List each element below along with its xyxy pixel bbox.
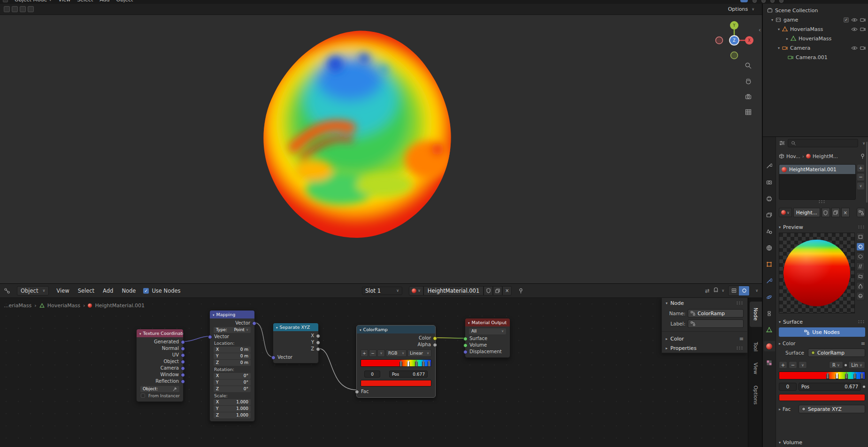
expand-arrow-icon[interactable]: ▾ (769, 18, 775, 22)
properties-search-input[interactable] (788, 139, 858, 147)
node-panel-header[interactable]: ▾ Node (662, 298, 747, 308)
preview-cube-icon[interactable] (856, 252, 865, 261)
outliner-row-hoveriamass-object[interactable]: ▾ HoveriaMass (763, 24, 868, 34)
breadcrumb-object[interactable]: HoveriaMass (47, 303, 80, 309)
menu-object[interactable]: Object (116, 0, 133, 3)
use-nodes-checkbox[interactable]: ✓ (143, 288, 149, 294)
backdrop-icon[interactable] (729, 286, 739, 295)
render-visibility-camera-icon[interactable] (860, 27, 866, 31)
fake-user-shield-icon[interactable] (822, 208, 830, 217)
ramp-pos-dot[interactable] (863, 386, 865, 388)
node-separate-xyz[interactable]: ▾Separate XYZ X Y Z Vector (273, 323, 319, 364)
properties-editor-type-icon[interactable] (779, 140, 785, 146)
hide-eye-icon[interactable] (851, 18, 858, 22)
colorramp-gradient[interactable] (361, 359, 431, 367)
shading-icon-1[interactable] (753, 0, 757, 3)
location-y-field[interactable]: Y0 m (214, 353, 251, 359)
surface-shader-field[interactable]: ColorRamp (808, 349, 865, 357)
shader-preview-icon[interactable] (739, 286, 749, 295)
ramp-specials-button[interactable]: ∨ (799, 361, 807, 369)
ramp-interpolation-dropdown[interactable]: Linear∨ (407, 349, 431, 357)
ramp-stop[interactable] (415, 360, 418, 367)
camera-view-icon[interactable] (744, 92, 753, 101)
material-slot-row[interactable]: HeightMaterial.001 (779, 165, 855, 174)
use-nodes-button[interactable]: Use Nodes (779, 327, 865, 337)
ramp-stop[interactable] (845, 372, 848, 379)
socket-normal[interactable]: Normal (137, 345, 183, 352)
output-target-dropdown[interactable]: All ∨ (469, 328, 506, 334)
node-material-output[interactable]: ▾Material Output All ∨ Surface Volume Di… (465, 318, 510, 358)
from-instancer-checkbox[interactable] (141, 394, 145, 398)
ramp-dot-toggle[interactable] (845, 364, 847, 366)
node-label-field[interactable] (688, 319, 744, 328)
unlink-x-button[interactable]: × (841, 208, 850, 217)
new-copy-icon[interactable] (831, 208, 840, 217)
ramp-remove-stop-button[interactable]: − (369, 349, 376, 357)
material-name-field[interactable]: HeightMaterial.001 (423, 286, 484, 295)
add-slot-button[interactable]: + (857, 164, 865, 172)
menu-node[interactable]: Node (121, 287, 137, 295)
tab-object-data-icon[interactable] (764, 325, 775, 335)
zoom-icon[interactable] (744, 61, 753, 70)
ramp-stop[interactable] (853, 372, 856, 379)
list-menu-icon[interactable]: ≡ (739, 336, 744, 342)
tool-option-icon-2[interactable] (12, 6, 18, 12)
location-x-field[interactable]: X0 m (214, 347, 251, 353)
ramp-stop[interactable] (826, 372, 829, 379)
breadcrumb-material[interactable]: HeightMaterial.001 (95, 303, 145, 309)
properties-subpanel-header[interactable]: ▸ Properties (662, 343, 747, 353)
resize-grip[interactable] (818, 200, 826, 204)
collapse-sidebar-arrow[interactable]: ‹ (759, 26, 761, 33)
panel-grip[interactable] (858, 320, 865, 324)
list-menu-icon[interactable]: ≡ (861, 341, 865, 347)
socket-reflection[interactable]: Reflection (137, 378, 183, 385)
preview-hair-icon[interactable] (856, 262, 865, 271)
header-toggle-icons[interactable] (740, 0, 784, 3)
tab-render-icon[interactable] (764, 177, 775, 187)
viewport-shading-active-icon[interactable] (740, 0, 748, 2)
socket-z-out[interactable]: Z (273, 346, 318, 352)
menu-view[interactable]: View (55, 287, 70, 295)
eyedropper-icon[interactable] (173, 387, 177, 391)
color-subpanel-row[interactable]: ▸ Color ≡ (779, 339, 865, 348)
properties-options-chevron[interactable]: ∨ (862, 141, 865, 145)
breadcrumb-object[interactable]: Hov... (786, 153, 800, 159)
shading-icon-4[interactable] (779, 0, 784, 3)
viewport-3d[interactable]: Options∨ (0, 4, 762, 283)
ramp-interpolation-dropdown[interactable]: Lin∨ (848, 361, 865, 369)
shading-icon-2[interactable] (761, 0, 766, 3)
preview-sphere-icon[interactable] (856, 242, 865, 251)
shader-type-dropdown[interactable]: Object∨ (17, 286, 49, 295)
tab-modifiers-icon[interactable] (764, 275, 775, 286)
socket-window[interactable]: Window (137, 371, 183, 378)
use-nodes-checkbox-row[interactable]: ✓ Use Nodes (143, 288, 180, 294)
collection-checkbox[interactable]: ✓ (844, 17, 849, 23)
fake-user-shield-icon[interactable] (484, 286, 493, 295)
tool-option-icon-1[interactable] (4, 6, 10, 12)
snap-magnet-group[interactable]: ∨ (713, 288, 724, 294)
slot-specials-button[interactable]: ∨ (857, 182, 865, 190)
render-visibility-camera-icon[interactable] (860, 17, 866, 22)
panel-grip[interactable] (858, 225, 865, 229)
tab-constraints-icon[interactable] (764, 308, 775, 318)
material-browse-dropdown[interactable]: ∨ (779, 208, 792, 217)
preview-fluid-icon[interactable] (856, 282, 865, 290)
grid-ortho-icon[interactable] (744, 107, 753, 117)
ramp-pos-field[interactable]: Pos 0.677 (799, 383, 861, 391)
ramp-channel-dropdown[interactable]: R∨ (829, 361, 843, 369)
gizmo-axis-y-neg[interactable] (731, 52, 738, 59)
rotation-y-field[interactable]: Y0° (214, 379, 251, 386)
gizmo-axis-x-neg[interactable] (716, 37, 723, 44)
ramp-stop[interactable] (860, 372, 863, 379)
panel-grip[interactable] (736, 301, 744, 305)
material-slot-list[interactable]: HeightMaterial.001 (779, 164, 856, 200)
outliner-row-scene-collection[interactable]: Scene Collection (763, 6, 868, 15)
tab-physics-icon[interactable] (764, 292, 775, 302)
ramp-add-stop-button[interactable]: + (361, 349, 368, 357)
ramp-pos-field[interactable]: Pos 0.677 (389, 371, 428, 378)
surface-panel-header[interactable]: ▾ Surface (779, 317, 865, 326)
color-subpanel-header[interactable]: ▸ Color ≡ (662, 334, 747, 343)
socket-color-out[interactable]: Color (357, 335, 435, 341)
tab-options[interactable]: Options (750, 380, 762, 409)
overlay-dropdown-chevron[interactable]: ∨ (755, 288, 758, 293)
